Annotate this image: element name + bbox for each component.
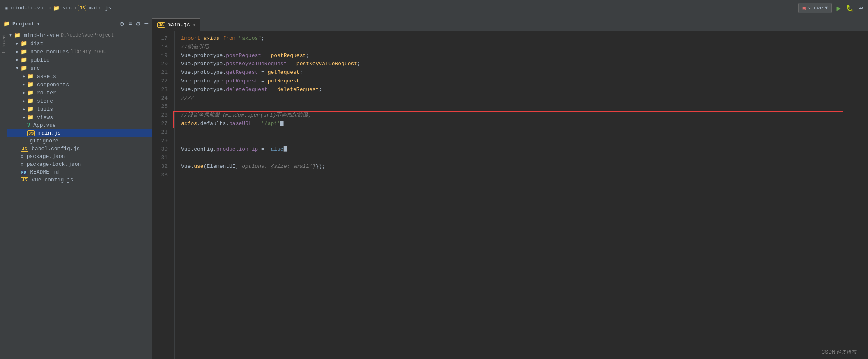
tree-label: README.md — [30, 169, 59, 175]
folder-icon: 📁 — [27, 89, 34, 96]
token-kw-blue: false — [268, 146, 284, 152]
token-prop: deleteRequest — [226, 87, 267, 93]
tree-item-readme[interactable]: MDREADME.md — [7, 168, 152, 176]
token-plain: = — [287, 61, 296, 67]
sep2: › — [73, 5, 76, 11]
tree-item-package-lock[interactable]: ⚙package-lock.json — [7, 160, 152, 168]
line-number: 22 — [152, 77, 171, 86]
tree-label: main.js — [38, 130, 61, 136]
tree-item-src[interactable]: ▼📁src — [7, 64, 152, 72]
code-line: import axios from "axios"; — [181, 34, 868, 43]
tab-main-js[interactable]: JS main.js ✕ — [152, 18, 200, 31]
breadcrumb-js-icon: JS — [78, 5, 86, 11]
tree-extra: D:\code\vueProject — [61, 32, 114, 38]
tree-item-babel-config[interactable]: JSbabel.config.js — [7, 145, 152, 153]
token-plain: .defaults. — [197, 121, 229, 127]
line-number: 26 — [152, 111, 171, 120]
tree-item-gitignore[interactable]: ..gitignore — [7, 137, 152, 145]
tree-label: public — [30, 57, 50, 63]
tree-label: .gitignore — [27, 138, 59, 144]
code-line: Vue.prototype.getRequest = getRequest; — [181, 69, 868, 77]
code-line: //// — [181, 94, 868, 103]
serve-dropdown[interactable]: ▣ serve ▼ — [798, 3, 831, 13]
code-line: Vue.prototype.deleteRequest = deleteRequ… — [181, 86, 868, 94]
token-plain: (ElementUI, — [204, 163, 242, 169]
tree-label: src — [30, 65, 40, 71]
code-line: Vue.prototype.postKeyValueRequest = post… — [181, 60, 868, 69]
token-plain: ; — [261, 35, 264, 41]
tree-item-assets[interactable]: ▶📁assets — [7, 72, 152, 80]
js-file-icon: JS — [21, 146, 28, 152]
tree-label: tuils — [37, 106, 53, 112]
token-plain: = — [261, 53, 271, 59]
add-button[interactable]: ⊕ — [119, 19, 124, 28]
code-line — [181, 128, 868, 137]
code-editor[interactable]: 1718192021222324252627282930313233 impor… — [152, 31, 868, 359]
tree-label: store — [37, 98, 53, 104]
token-kw: from — [220, 35, 239, 41]
tree-item-views[interactable]: ▶📁views — [7, 113, 152, 121]
folder-icon: 📁 — [27, 106, 34, 112]
tree-label: App.vue — [33, 122, 56, 128]
sep1: › — [48, 5, 51, 11]
token-plain: }); — [316, 163, 325, 169]
token-fn: use — [194, 163, 203, 169]
settings-button[interactable]: ↩ — [859, 4, 863, 12]
tree-label: components — [37, 82, 69, 88]
tree-item-root[interactable]: ▼📁mind-hr-vueD:\code\vueProject — [7, 31, 152, 39]
token-comment: options: {size:'small'} — [242, 163, 315, 169]
tree-arrow: ▶ — [21, 107, 27, 112]
folder-icon: 📁 — [21, 65, 27, 71]
settings-sidebar-button[interactable]: ⚙ — [136, 20, 140, 28]
tree-item-vue-config[interactable]: JSvue.config.js — [7, 176, 152, 184]
tree-item-app-vue[interactable]: VApp.vue — [7, 121, 152, 129]
code-line: axios.defaults.baseURL = '/api'█ — [181, 120, 868, 128]
token-plain: = — [258, 69, 267, 75]
tree-item-components[interactable]: ▶📁components — [7, 80, 152, 89]
md-file-icon: MD — [21, 170, 27, 175]
code-line — [181, 137, 868, 146]
tree-item-main-js[interactable]: JSmain.js — [7, 129, 152, 137]
vue-file-icon: V — [27, 123, 30, 128]
tree-arrow: ▼ — [7, 33, 14, 38]
token-comment: //赋值引用 — [181, 44, 209, 50]
collapse-button[interactable]: ≡ — [128, 20, 132, 27]
token-plain: ; — [306, 53, 309, 59]
token-plain: Vue. — [181, 163, 194, 169]
tree-item-dist[interactable]: ▶📁dist — [7, 39, 152, 48]
line-number: 18 — [152, 43, 171, 52]
chevron-down-icon: ▼ — [825, 5, 828, 11]
tab-label: main.js — [168, 22, 190, 28]
file-tree-sidebar: ▼📁mind-hr-vueD:\code\vueProject▶📁dist▶📁n… — [7, 31, 152, 359]
close-sidebar-button[interactable]: — — [144, 20, 148, 27]
tree-arrow: ▼ — [14, 66, 21, 71]
line-number: 31 — [152, 154, 171, 162]
run-button[interactable]: ▶ — [837, 4, 841, 13]
tree-item-package-json[interactable]: ⚙package.json — [7, 153, 152, 160]
tree-item-store[interactable]: ▶📁store — [7, 97, 152, 105]
tree-item-tuils[interactable]: ▶📁tuils — [7, 105, 152, 113]
tree-item-public[interactable]: ▶📁public — [7, 56, 152, 64]
tree-arrow: ▶ — [21, 115, 27, 120]
file-tree: ▼📁mind-hr-vueD:\code\vueProject▶📁dist▶📁n… — [7, 31, 152, 359]
code-line — [181, 171, 868, 180]
line-number: 20 — [152, 60, 171, 69]
tree-label: package-lock.json — [27, 161, 81, 167]
folder-icon: 📁 — [14, 32, 21, 39]
serve-icon: ▣ — [802, 5, 805, 11]
chevron-down-icon-sidebar[interactable]: ▼ — [37, 22, 40, 26]
tree-item-node_modules[interactable]: ▶📁node_moduleslibrary root — [7, 48, 152, 56]
token-plain: = — [258, 146, 267, 152]
folder-icon: 📁 — [21, 48, 27, 55]
serve-label: serve — [807, 5, 823, 11]
token-str: "axios" — [239, 35, 261, 41]
breadcrumb-project: mind-hr-vue — [11, 5, 47, 11]
line-number: 27 — [152, 120, 171, 128]
tab-close-button[interactable]: ✕ — [193, 22, 195, 27]
folder-icon: 📁 — [27, 114, 34, 121]
code-line: Vue.prototype.postRequest = postRequest; — [181, 52, 868, 60]
debug-button[interactable]: 🐛 — [846, 4, 854, 12]
tree-item-router[interactable]: ▶📁router — [7, 89, 152, 97]
line-number: 23 — [152, 86, 171, 94]
token-plain: Vue.prototype. — [181, 61, 226, 67]
